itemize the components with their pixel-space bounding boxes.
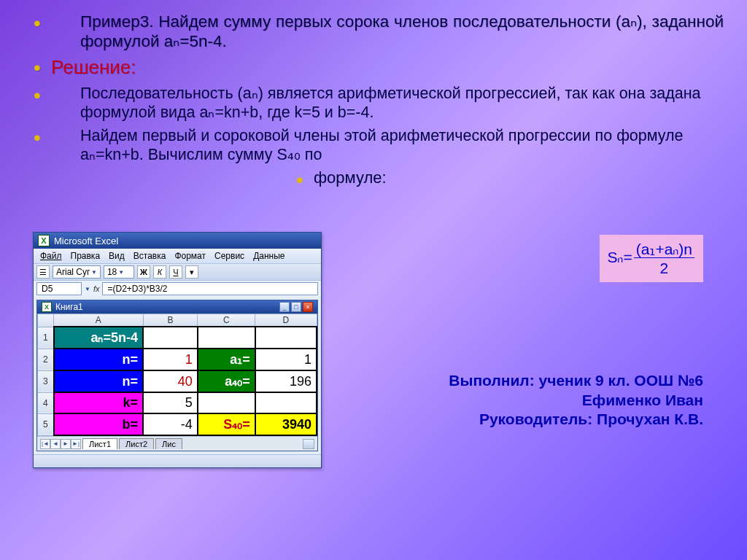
bold-button[interactable]: Ж <box>137 265 150 279</box>
fx-label: fx <box>93 284 100 293</box>
underline-button[interactable]: Ч <box>169 265 182 279</box>
cell[interactable]: aₙ=5n-4 <box>54 327 144 349</box>
cell[interactable]: 5 <box>143 392 198 413</box>
workbook-icon: X <box>42 302 52 312</box>
sheet-tabs: |◄ ◄ ► ►| Лист1 Лист2 Лис <box>37 436 317 451</box>
workbook-window: X Книга1 _ □ × A B C D 1 aₙ=5n-4 <box>36 300 318 451</box>
cell[interactable]: -4 <box>143 413 198 435</box>
col-header[interactable]: A <box>54 314 144 327</box>
cell[interactable]: 196 <box>255 370 317 392</box>
credit-line-1: Выполнил: ученик 9 кл. ООШ №6 <box>449 371 703 390</box>
cell[interactable]: S₄₀= <box>198 413 255 435</box>
row-header[interactable]: 2 <box>38 349 54 370</box>
bullet-explain-2: Найдем первый и сороковой члены этой ари… <box>51 126 724 164</box>
formula-image: Sₙ=(a₁+aₙ)n2 <box>600 235 703 282</box>
menu-edit[interactable]: Правка <box>67 250 104 262</box>
menu-insert[interactable]: Вставка <box>130 250 170 262</box>
excel-toolbar: ☰ Arial Cyr▼ 18▼ Ж К Ч ▾ <box>34 263 321 280</box>
cell[interactable] <box>255 327 317 349</box>
cell[interactable] <box>255 392 317 413</box>
maximize-button[interactable]: □ <box>291 302 301 312</box>
spreadsheet-grid[interactable]: A B C D 1 aₙ=5n-4 2 n= 1 a₁= 1 3 n= <box>37 314 317 436</box>
cell[interactable] <box>198 392 255 413</box>
workbook-title: Книга1 <box>55 302 83 312</box>
cell[interactable]: a₄₀= <box>198 370 255 392</box>
cell[interactable]: a₁= <box>198 349 255 370</box>
sheet-tab-2[interactable]: Лист2 <box>119 438 154 449</box>
excel-title: Microsoft Excel <box>54 236 118 246</box>
toolbar-more[interactable]: ▾ <box>185 265 198 279</box>
cell[interactable]: 1 <box>255 349 317 370</box>
status-bar <box>34 454 321 467</box>
row-header[interactable]: 1 <box>38 327 54 349</box>
bullet-example: Пример3. Найдем сумму первых сорока член… <box>51 12 724 52</box>
sheet-tab-3[interactable]: Лис <box>155 438 182 449</box>
tab-scroll[interactable] <box>303 439 314 449</box>
tab-nav-prev[interactable]: ◄ <box>50 439 61 449</box>
menu-view[interactable]: Вид <box>105 250 128 262</box>
menu-service[interactable]: Сервис <box>211 250 248 262</box>
cell[interactable]: n= <box>54 370 144 392</box>
row-header[interactable]: 3 <box>38 370 54 392</box>
bullet-solution-head: Решение: <box>51 56 724 79</box>
cell[interactable]: 3940 <box>255 413 317 435</box>
name-box[interactable]: D5 <box>36 282 82 295</box>
col-header[interactable]: D <box>255 314 317 327</box>
tab-nav-first[interactable]: |◄ <box>40 439 50 449</box>
credit-line-3: Руководитель: Прочухан К.В. <box>449 410 703 429</box>
cell[interactable]: k= <box>54 392 144 413</box>
credits-block: Выполнил: ученик 9 кл. ООШ №6 Ефименко И… <box>449 371 703 429</box>
menu-format[interactable]: Формат <box>171 250 209 262</box>
menu-file[interactable]: Файл <box>36 250 66 262</box>
bullet-formula-label: формуле: <box>314 168 724 188</box>
menu-data[interactable]: Данные <box>249 250 288 262</box>
fontsize-select[interactable]: 18▼ <box>104 265 134 279</box>
excel-window: X Microsoft Excel Файл Правка Вид Вставк… <box>33 232 322 468</box>
bullet-explain-1: Последовательность (aₙ) является арифмет… <box>51 84 724 122</box>
row-header[interactable]: 5 <box>38 413 54 435</box>
cell[interactable] <box>198 327 255 349</box>
cell[interactable]: b= <box>54 413 144 435</box>
toolbar-button[interactable]: ☰ <box>36 265 50 279</box>
close-button[interactable]: × <box>303 302 313 312</box>
formula-input[interactable]: =(D2+D3)*B3/2 <box>102 282 318 295</box>
italic-button[interactable]: К <box>153 265 166 279</box>
cell[interactable]: 1 <box>143 349 198 370</box>
tab-nav-last[interactable]: ►| <box>71 439 81 449</box>
sheet-tab-1[interactable]: Лист1 <box>82 438 117 449</box>
excel-menubar[interactable]: Файл Правка Вид Вставка Формат Сервис Да… <box>34 249 321 263</box>
cell[interactable]: n= <box>54 349 144 370</box>
excel-icon: X <box>38 235 50 246</box>
col-header[interactable]: B <box>143 314 198 327</box>
credit-line-2: Ефименко Иван <box>449 391 703 410</box>
minimize-button[interactable]: _ <box>279 302 290 312</box>
formula-bar: D5 ▼ fx =(D2+D3)*B3/2 <box>34 280 321 297</box>
col-header[interactable]: C <box>198 314 255 327</box>
cell[interactable]: 40 <box>143 370 198 392</box>
font-select[interactable]: Arial Cyr▼ <box>53 265 101 279</box>
row-header[interactable]: 4 <box>38 392 54 413</box>
tab-nav-next[interactable]: ► <box>61 439 71 449</box>
excel-titlebar: X Microsoft Excel <box>34 233 321 249</box>
cell[interactable] <box>143 327 198 349</box>
